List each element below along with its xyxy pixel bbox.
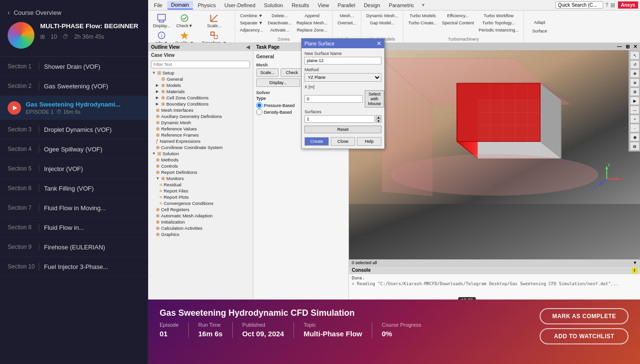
tree-models[interactable]: ▶ ⊕ Models [148,82,253,88]
mesh-tool-extra[interactable]: ◉ [630,133,640,141]
ribbon-btn-turbo-topology[interactable]: Turbo Topology... [477,20,521,26]
tree-report-defs[interactable]: ⊕ Report Definitions [148,169,253,175]
menu-parametric[interactable]: Parametric [385,1,418,9]
ribbon-btn-turbo-create[interactable]: Turbo Create... [406,20,439,26]
ribbon-btn-efficiency[interactable]: Efficiency... [440,12,476,19]
sidebar-item-section10[interactable]: Section 10 Fuel Injector 3-Phase... [0,257,148,277]
density-based-radio[interactable]: Density-Based [256,109,299,115]
x-value-input[interactable] [304,95,349,103]
create-btn[interactable]: Create [304,137,329,146]
sidebar-item-section7[interactable]: Section 7 Fluid Flow in Moving... [0,198,148,218]
tree-report-plots[interactable]: ≈ Report Plots [148,194,253,200]
menu-view[interactable]: View [314,1,333,9]
tree-methods[interactable]: ⊕ Methods [148,157,253,163]
sidebar-item-section6[interactable]: Section 6 Tank Filling (VOF) [0,179,148,198]
menu-design[interactable]: Design [360,1,384,9]
task-btn-scale[interactable]: Scale... [256,68,279,77]
ribbon-btn-gap-model[interactable]: Gap Model... [364,20,400,26]
ribbon-btn-surface[interactable]: Surface [528,28,552,34]
ribbon-btn-spectral-content[interactable]: Spectral Content [440,20,476,26]
tree-mesh-interfaces[interactable]: ⊕ Mesh Interfaces [148,107,253,113]
tree-cell-zone[interactable]: ▶ ⊕ Cell Zone Conditions [148,95,253,101]
tree-calc-activities[interactable]: ⊕ Calculation Activities [148,225,253,231]
tree-aux-geometry[interactable]: ⊕ Auxiliary Geometry Definitions [148,113,253,119]
ribbon-btn-replace-zone[interactable]: Replace Zone... [294,27,329,33]
sidebar-item-section9[interactable]: Section 9 Firehose (EULERIAN) [0,237,148,257]
ribbon-btn-quality[interactable]: Quality ▼ [173,30,195,43]
ribbon-btn-activate[interactable]: Activate... [266,27,293,33]
add-watchlist-button[interactable]: ADD TO WATCHLIST [540,328,629,344]
filter-text-input[interactable] [151,61,250,68]
tree-boundary[interactable]: ▶ ⊕ Boundary Conditions [148,101,253,107]
mesh-tool-pan[interactable]: ✥ [630,69,640,78]
tree-solution[interactable]: ▼ ⊞ Solution [148,150,253,157]
tree-cell-registers[interactable]: ⊕ Cell Registers [148,206,253,213]
menu-results[interactable]: Results [288,1,313,9]
tree-report-files[interactable]: ≈ Report Files [148,188,253,194]
menu-file[interactable]: File [150,1,166,9]
tree-monitors[interactable]: ▼ ⊕ Monitors [148,175,253,182]
tree-init[interactable]: ⊕ Initialization [148,219,253,225]
tree-controls[interactable]: ⊕ Controls [148,163,253,169]
sidebar-item-section8[interactable]: Section 8 Fluid Flow in... [0,218,148,237]
ribbon-btn-adjacency[interactable]: Adjacency... [238,27,265,33]
menu-solution[interactable]: Solution [260,1,287,9]
ribbon-btn-display[interactable]: Display... [151,12,172,29]
mesh-close-btn[interactable]: ✕ [633,44,637,49]
ribbon-btn-transform[interactable]: Transform ▼ [197,30,232,43]
collapse-icon[interactable]: ◀ [246,44,250,50]
ribbon-btn-deactivate[interactable]: Deactivate... [266,20,293,26]
ribbon-btn-mesh-interface[interactable]: Mesh... [336,12,358,19]
sidebar-item-section1[interactable]: Section 1 Shower Drain (VOF) [0,57,148,76]
sidebar-item-section3[interactable]: Section 3 Droplet Dynamics (VOF) [0,120,148,139]
ribbon-btn-combine[interactable]: Combine ▼ [238,12,265,19]
menu-domain[interactable]: Domain [167,1,193,10]
mesh-tool-ruler[interactable]: — [630,106,640,114]
mesh-dropdown-icon[interactable]: ▼ [633,260,637,265]
ribbon-btn-turbo-models[interactable]: Turbo Models [406,12,439,19]
tree-dynamic-mesh[interactable]: ⊕ Dynamic Mesh [148,119,253,126]
ribbon-btn-turbo-workflow[interactable]: Turbo Workflow [477,12,521,19]
mesh-tool-rotate[interactable]: ↺ [630,60,640,69]
tree-setup[interactable]: ▼ ⊞ Setup [148,70,253,76]
ribbon-btn-separate[interactable]: Separate ▼ [238,20,265,26]
tree-named-expressions[interactable]: ƒ Named Expressions [148,138,253,144]
mesh-tool-zoom-out[interactable]: - [630,124,640,132]
mesh-tool-zoom[interactable]: ⊕ [630,78,640,87]
mark-complete-button[interactable]: MARK AS COMPLETE [540,308,629,324]
tree-auto-mesh[interactable]: ⊕ Automatic Mesh Adaption [148,213,253,219]
ribbon-btn-replace-mesh[interactable]: Replace Mesh... [294,20,329,26]
ribbon-btn-adapt[interactable]: Adapt [528,19,552,26]
ribbon-btn-append[interactable]: Append [294,12,329,19]
ribbon-btn-scale[interactable]: Scale... [197,12,232,29]
tree-convergence[interactable]: ≈ Convergence Conditions [148,200,253,206]
episode-item[interactable]: Gas Sweetening Hydrodynami... EPISODE 1 … [0,96,148,120]
pressure-based-radio[interactable]: Pressure-Based [256,102,299,108]
menu-user-defined[interactable]: User-Defined [221,1,260,9]
tree-ref-values[interactable]: ⊕ Reference Values [148,126,253,132]
tree-materials[interactable]: ▶ ⊕ Materials [148,88,253,95]
sidebar-item-section4[interactable]: Section 4 Ogee Spillway (VOF) [0,139,148,159]
menu-physics[interactable]: Physics [194,1,220,9]
ribbon-btn-info[interactable]: i Info ▼ [151,30,172,43]
ribbon-btn-dynamic-mesh[interactable]: Dynamic Mesh... [364,12,400,19]
ribbon-btn-periodic-instancing[interactable]: Periodic Instancing... [477,27,521,33]
ribbon-btn-check[interactable]: Check▼ [173,12,195,29]
sidebar-item-section2[interactable]: Section 2 Gas Sweetening (VOF) [0,76,148,96]
tree-ref-frames[interactable]: ⊕ Reference Frames [148,132,253,138]
mesh-tool-extra2[interactable]: ▤ [630,142,640,150]
task-btn-display[interactable]: Display... [256,78,300,87]
tree-graphics[interactable]: ⊕ Graphics [148,231,253,237]
reset-btn[interactable]: Reset [304,126,349,133]
mesh-tool-probe[interactable]: ▶ [630,96,640,105]
task-btn-check[interactable]: Check [281,68,303,77]
tree-curvilinear[interactable]: ⊕ Curvilinear Coordinate System [148,144,253,150]
mesh-tool-fit[interactable]: ⊞ [630,87,640,96]
mesh-type-btn[interactable]: ⊞ [626,44,629,49]
episode-play-button[interactable] [8,101,21,115]
surface-name-input[interactable] [304,57,349,64]
ribbon-btn-delete[interactable]: Delete... [266,12,293,19]
close-btn[interactable]: Close [331,137,349,146]
tree-residual[interactable]: ≈ Residual [148,182,253,188]
method-select[interactable]: YZ Plane XY Plane ZX Plane [304,73,349,82]
